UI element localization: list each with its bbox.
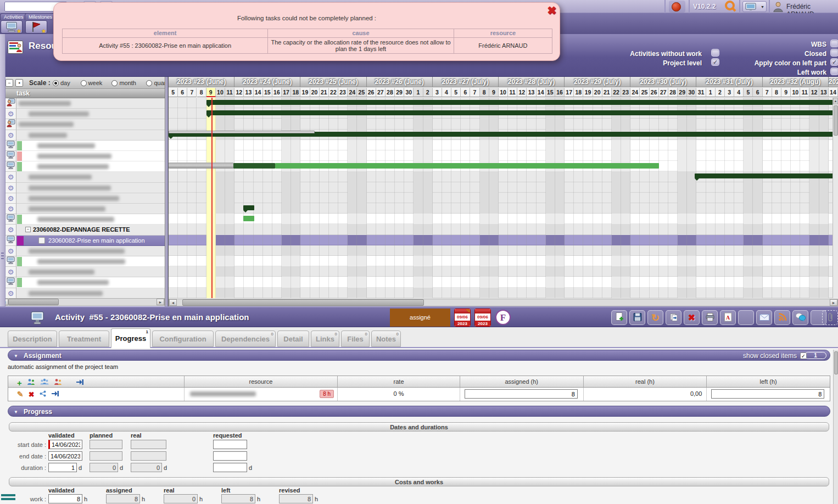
gantt-row[interactable] (169, 235, 838, 245)
gantt-row[interactable] (169, 266, 838, 277)
add-icon[interactable]: + (17, 378, 22, 389)
display-mode-button[interactable]: ▼ (742, 1, 767, 12)
module-tab-activities[interactable]: Activities★ (0, 13, 24, 34)
gantt-bar-dark[interactable] (206, 100, 838, 105)
scroll-right-icon[interactable]: ► (830, 299, 837, 306)
record-button[interactable] (669, 1, 685, 13)
tab-files[interactable]: Files0 (341, 331, 370, 347)
scale-radio-label[interactable]: month (119, 80, 136, 86)
scroll-left-icon[interactable]: ◄ (169, 299, 177, 306)
print-button[interactable] (702, 310, 718, 325)
module-tab-milestones[interactable]: Milestones★ (25, 13, 49, 34)
activities-without-work-checkbox[interactable] (711, 49, 719, 57)
scale-radio-month[interactable] (111, 80, 118, 86)
task-row[interactable]: ⚙ (5, 183, 165, 193)
gantt-row[interactable] (169, 224, 838, 234)
gantt-bar-grayline[interactable] (169, 131, 315, 133)
pdf-button[interactable]: A (720, 310, 736, 325)
tab-notes[interactable]: Notes0 (371, 331, 401, 347)
gantt-bar-grayfat[interactable] (169, 163, 233, 169)
task-row[interactable]: ⚙ (5, 204, 165, 214)
delete-button[interactable]: ✖ (684, 310, 700, 325)
scale-radio-week[interactable] (81, 80, 87, 86)
start-date-requested-input[interactable] (213, 440, 247, 449)
task-row[interactable] (5, 161, 165, 172)
resource-avatar[interactable]: F (495, 310, 511, 325)
task-row[interactable]: ⚙ (5, 267, 165, 277)
goto-icon[interactable] (51, 390, 59, 398)
left-work-checkbox[interactable] (830, 68, 838, 75)
assignment-section-header[interactable]: ▼ Assignment show closed items ✓ 1 (8, 350, 830, 361)
milestones-icon[interactable]: ★ (25, 20, 47, 33)
delete-icon[interactable]: ✖ (29, 390, 35, 399)
work-validated-input[interactable] (48, 494, 82, 503)
tab-description[interactable]: Description (8, 331, 57, 347)
gantt-bar-green[interactable] (275, 163, 659, 169)
gantt-row[interactable] (169, 203, 838, 214)
chat-button[interactable] (792, 310, 808, 325)
end-date-validated-input[interactable] (48, 451, 82, 461)
duration-validated-input[interactable] (48, 463, 77, 472)
count-badge[interactable]: 1 (805, 352, 826, 359)
left-hours-input[interactable] (711, 389, 824, 399)
save-button[interactable] (629, 310, 645, 325)
task-list-hscrollbar[interactable]: ◄ ► (0, 298, 165, 306)
rss-button[interactable] (774, 310, 790, 325)
blank-button[interactable] (738, 310, 754, 325)
gantt-bar-dark[interactable] (243, 205, 255, 210)
task-row[interactable] (5, 98, 165, 109)
share-icon[interactable] (40, 390, 46, 398)
gantt-bar-green[interactable] (243, 216, 255, 221)
panel-vscrollbar[interactable] (833, 350, 838, 504)
end-date-requested-input[interactable] (213, 451, 247, 461)
scroll-right-icon[interactable]: ► (157, 299, 164, 305)
gantt-row[interactable] (169, 140, 838, 150)
task-row[interactable]: ⚙−23060082-DEPANNAGE RECETTE (5, 225, 165, 235)
task-row[interactable] (5, 141, 165, 151)
task-row[interactable]: ⚙ (5, 109, 165, 119)
edit-icon[interactable]: ✎ (17, 390, 24, 399)
gantt-row[interactable] (169, 150, 838, 161)
expand-all-button[interactable]: ▪ (15, 79, 23, 87)
closed-checkbox[interactable] (830, 49, 838, 57)
gantt-row[interactable] (169, 288, 838, 298)
task-row[interactable] (5, 119, 165, 130)
scale-radio-label[interactable]: day (60, 80, 70, 86)
wbs-checkbox[interactable] (830, 40, 838, 47)
collapse-icon[interactable]: ▼ (14, 410, 18, 415)
assignment-row[interactable]: ✎ ✖ 8 h 0 % 0,00 (8, 388, 830, 401)
gantt-vscrollbar[interactable]: ▲ (833, 98, 838, 298)
add-group-icon[interactable] (54, 378, 62, 389)
collapse-icon[interactable]: ▼ (14, 354, 18, 359)
duration-requested-input[interactable] (213, 463, 247, 472)
scroll-up-icon[interactable]: ▲ (833, 98, 838, 104)
collapse-box[interactable]: − (25, 227, 31, 232)
tab-configuration[interactable]: Configuration (152, 331, 214, 347)
scale-radio-day[interactable] (53, 80, 59, 86)
gantt-hscrollbar[interactable]: ◄ ► (169, 299, 838, 306)
scrollbar-thumb[interactable] (8, 299, 59, 305)
goto-icon[interactable] (76, 378, 83, 389)
task-row[interactable] (5, 151, 165, 161)
scale-radio-quarter[interactable] (146, 80, 152, 86)
attach-button[interactable] (822, 310, 838, 325)
mail-button[interactable] (756, 310, 772, 325)
collapse-all-button[interactable]: − (5, 79, 13, 87)
gantt-row[interactable] (169, 245, 838, 256)
tab-treatment[interactable]: Treatment (59, 331, 109, 347)
task-row[interactable]: ⚙ (5, 288, 165, 299)
task-row[interactable]: ⚙ (5, 193, 165, 204)
copy-button[interactable] (666, 310, 681, 325)
user-menu[interactable] (772, 1, 784, 12)
start-date-validated-input[interactable] (48, 440, 82, 449)
tab-detail[interactable]: Detail (277, 331, 309, 347)
progress-section-header[interactable]: ▼ Progress (8, 406, 830, 417)
task-row[interactable]: ⚙ (5, 246, 165, 256)
gantt-row[interactable] (169, 119, 838, 129)
panel-splitter[interactable] (165, 77, 169, 306)
gantt-row[interactable] (169, 193, 838, 203)
add-resource-icon[interactable] (27, 378, 35, 389)
scale-radio-label[interactable]: week (88, 80, 103, 86)
gantt-row[interactable] (169, 256, 838, 266)
add-team-icon[interactable] (40, 378, 49, 389)
